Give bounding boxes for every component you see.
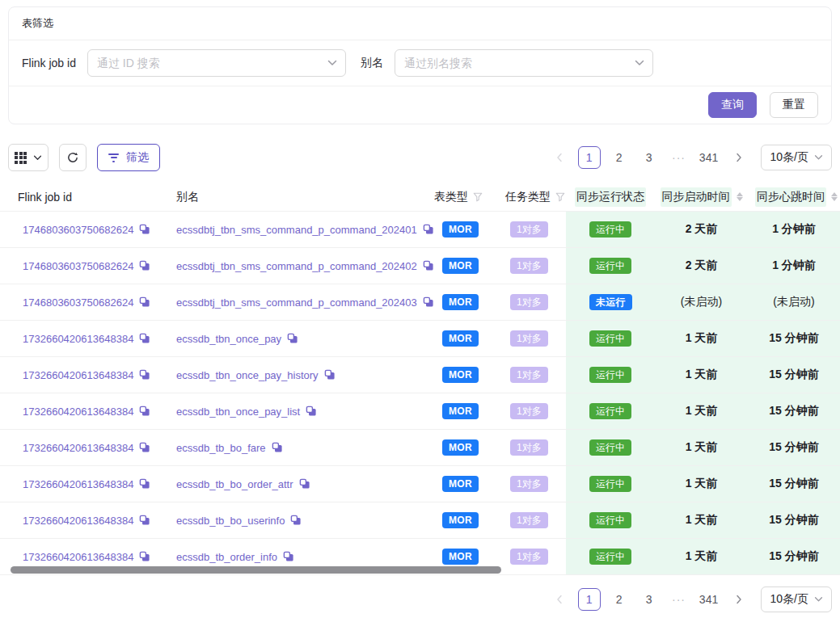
status-tag: 运行中	[589, 258, 631, 274]
alias-link[interactable]: ecssdb_tbn_once_pay	[176, 333, 281, 345]
copy-icon[interactable]	[287, 333, 298, 344]
copy-icon[interactable]	[423, 224, 434, 235]
page-size-select[interactable]: 10条/页	[761, 586, 832, 612]
alias-link[interactable]: ecssdbtj_tbn_sms_command_p_command_20240…	[176, 224, 417, 236]
header-flink-job-id: Flink job id	[0, 191, 176, 204]
page-ellipsis[interactable]: ···	[668, 588, 690, 611]
table-type-tag: MOR	[442, 439, 479, 456]
alias-link[interactable]: ecssdb_tb_order_info	[176, 551, 277, 563]
sync-start-time-cell: 1 天前	[655, 466, 748, 502]
chevron-down-icon	[327, 60, 337, 66]
table-filter-card: 表筛选 Flink job id 别名 查询 重置	[8, 6, 832, 124]
sync-start-time-cell: 1 天前	[655, 321, 748, 356]
horizontal-scrollbar-thumb[interactable]	[11, 566, 501, 574]
table-type-tag: MOR	[442, 512, 479, 528]
copy-icon[interactable]	[139, 442, 150, 453]
toolbar: 筛选 1 2 3 ··· 341 10条/页	[8, 144, 832, 171]
filter-funnel-icon[interactable]	[555, 192, 565, 202]
filter-button[interactable]: 筛选	[97, 144, 160, 171]
filter-form: Flink job id 别名	[9, 40, 831, 86]
page-ellipsis[interactable]: ···	[668, 146, 690, 169]
copy-icon[interactable]	[272, 442, 283, 453]
alias-select[interactable]	[395, 49, 653, 77]
copy-icon[interactable]	[139, 260, 150, 271]
copy-icon[interactable]	[139, 406, 150, 417]
query-button[interactable]: 查询	[708, 92, 757, 118]
next-page-button[interactable]	[728, 146, 750, 169]
chevron-down-icon	[814, 155, 823, 161]
page-button-3[interactable]: 3	[638, 146, 661, 169]
page-size-value: 10条/页	[770, 592, 808, 607]
copy-icon[interactable]	[290, 515, 302, 526]
job-id-select[interactable]	[87, 49, 346, 77]
copy-icon[interactable]	[139, 478, 150, 490]
grid-icon	[15, 152, 27, 164]
job-id-link[interactable]: 1732660420613648384	[23, 333, 133, 345]
alias-link[interactable]: ecssdbtj_tbn_sms_command_p_command_20240…	[176, 260, 417, 272]
job-id-search-input[interactable]	[97, 57, 315, 69]
sync-heartbeat-time-cell: 15 分钟前	[748, 393, 840, 429]
sync-heartbeat-time-cell: 15 分钟前	[748, 466, 840, 502]
job-id-link[interactable]: 1746803603750682624	[23, 260, 133, 272]
page-button-3[interactable]: 3	[638, 588, 661, 611]
job-id-link[interactable]: 1732660420613648384	[23, 369, 133, 381]
copy-icon[interactable]	[139, 515, 150, 526]
table-row: 1732660420613648384 ecssdb_tbn_once_pay_…	[0, 357, 840, 393]
page-size-select[interactable]: 10条/页	[761, 145, 832, 170]
next-page-button[interactable]	[728, 588, 750, 611]
page-button-last[interactable]: 341	[698, 146, 720, 169]
alias-link[interactable]: ecssdb_tb_bo_fare	[176, 442, 266, 454]
page-button-1[interactable]: 1	[578, 146, 601, 169]
page-button-1[interactable]: 1	[578, 588, 601, 611]
alias-link[interactable]: ecssdb_tbn_once_pay_history	[176, 369, 319, 381]
job-id-link[interactable]: 1746803603750682624	[23, 224, 133, 236]
alias-search-input[interactable]	[404, 57, 623, 69]
refresh-button[interactable]	[59, 144, 87, 171]
job-id-link[interactable]: 1732660420613648384	[23, 442, 133, 454]
table-body: 1746803603750682624 ecssdbtj_tbn_sms_com…	[0, 212, 840, 575]
page-button-last[interactable]: 341	[698, 588, 720, 611]
sync-start-time-cell: (未启动)	[655, 284, 748, 320]
copy-icon[interactable]	[423, 260, 434, 271]
alias-link[interactable]: ecssdb_tb_bo_userinfo	[176, 515, 285, 527]
copy-icon[interactable]	[283, 551, 294, 562]
copy-icon[interactable]	[139, 369, 150, 380]
sync-start-time-cell: 1 天前	[655, 502, 748, 538]
page-button-2[interactable]: 2	[608, 588, 631, 611]
sync-start-time-cell: 2 天前	[655, 212, 748, 247]
table-type-tag: MOR	[442, 367, 479, 383]
sorter-icon[interactable]	[737, 192, 743, 201]
filter-funnel-icon[interactable]	[473, 192, 483, 202]
copy-icon[interactable]	[139, 224, 150, 235]
copy-icon[interactable]	[299, 478, 310, 490]
prev-page-button[interactable]	[548, 588, 571, 611]
copy-icon[interactable]	[324, 369, 336, 380]
filter-button-label: 筛选	[126, 150, 149, 165]
header-alias: 别名	[176, 190, 434, 204]
header-sync-heartbeat-time: 同步心跳时间	[748, 187, 840, 207]
task-type-tag: 1对多	[510, 476, 548, 492]
copy-icon[interactable]	[139, 333, 150, 344]
prev-page-button[interactable]	[548, 146, 571, 169]
job-id-link[interactable]: 1732660420613648384	[23, 406, 133, 418]
page-button-2[interactable]: 2	[608, 146, 631, 169]
copy-icon[interactable]	[306, 406, 317, 417]
column-settings-button[interactable]	[8, 144, 49, 171]
job-id-link[interactable]: 1732660420613648384	[23, 478, 133, 490]
sync-heartbeat-time-cell: 15 分钟前	[748, 502, 840, 538]
alias-link[interactable]: ecssdb_tb_bo_order_attr	[176, 478, 293, 490]
copy-icon[interactable]	[139, 296, 150, 308]
table-type-tag: MOR	[442, 294, 479, 310]
reset-button[interactable]: 重置	[770, 92, 818, 118]
job-id-link[interactable]: 1732660420613648384	[23, 551, 133, 563]
copy-icon[interactable]	[139, 551, 150, 562]
job-id-link[interactable]: 1746803603750682624	[23, 296, 133, 309]
alias-link[interactable]: ecssdb_tbn_once_pay_list	[176, 406, 300, 418]
sorter-icon[interactable]	[831, 192, 838, 201]
chevron-down-icon	[635, 60, 644, 66]
alias-label: 别名	[361, 56, 383, 70]
copy-icon[interactable]	[423, 296, 434, 308]
alias-link[interactable]: ecssdbtj_tbn_sms_command_p_command_20240…	[176, 296, 417, 309]
job-id-link[interactable]: 1732660420613648384	[23, 515, 133, 527]
sync-start-time-cell: 2 天前	[655, 248, 748, 284]
